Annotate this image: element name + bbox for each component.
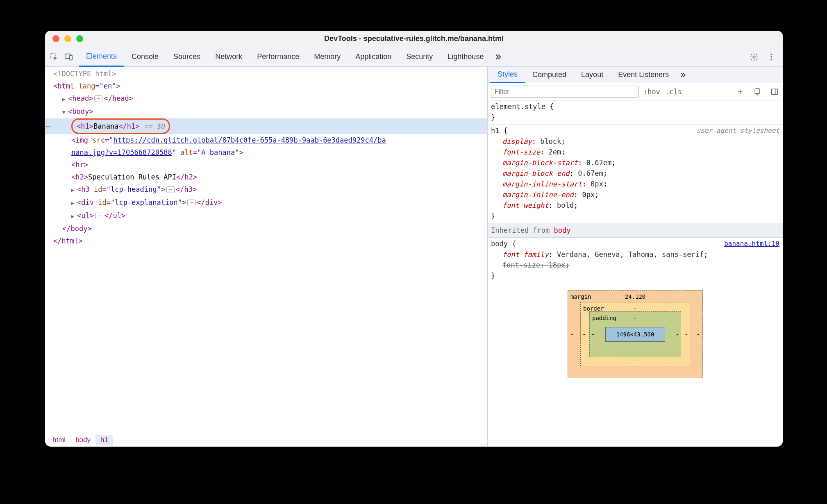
tabs-overflow-icon[interactable] [491, 47, 505, 67]
tab-performance[interactable]: Performance [250, 47, 307, 67]
dom-ul[interactable]: ▶<ul>⋯</ul> [45, 209, 487, 222]
dom-img[interactable]: <img src="https://cdn.glitch.global/87b4… [45, 134, 487, 146]
breadcrumb-html[interactable]: html [48, 435, 70, 445]
dom-html-open[interactable]: <html lang="en"> [53, 82, 120, 90]
styles-tabs: Styles Computed Layout Event Listeners [488, 67, 783, 83]
inspect-element-icon[interactable] [49, 52, 59, 62]
elements-panel: <!DOCTYPE html> <html lang="en"> ▶<head>… [45, 67, 488, 447]
dom-img-line2[interactable]: nana.jpg?v=1705668720588" alt="A banana"… [45, 146, 487, 159]
tab-security[interactable]: Security [399, 47, 440, 67]
svg-point-6 [770, 59, 772, 60]
collapsed-ellipsis-icon[interactable]: ⋯ [95, 213, 103, 219]
rule-source-ua: user agent stylesheet [697, 125, 779, 136]
dom-h2[interactable]: <h2>Speculation Rules API</h2> [45, 171, 487, 183]
traffic-lights [45, 35, 83, 42]
settings-icon[interactable] [749, 52, 759, 62]
styles-tab-styles[interactable]: Styles [490, 67, 525, 83]
styles-tab-layout[interactable]: Layout [574, 67, 611, 83]
style-rules[interactable]: element.style { } user agent stylesheet … [488, 100, 783, 447]
styles-panel: Styles Computed Layout Event Listeners :… [488, 67, 783, 447]
rule-body[interactable]: banana.html:10 body { font-family: Verda… [488, 238, 783, 283]
tab-lighthouse[interactable]: Lighthouse [440, 47, 491, 67]
splitview: <!DOCTYPE html> <html lang="en"> ▶<head>… [45, 67, 783, 447]
tab-memory[interactable]: Memory [307, 47, 348, 67]
styles-filter-row: :hov .cls [488, 83, 783, 100]
close-window-button[interactable] [52, 35, 59, 42]
box-model-border[interactable]: border - - - - padding - - - - [580, 302, 690, 366]
rendering-emulations-icon[interactable] [752, 87, 762, 97]
dom-doctype[interactable]: <!DOCTYPE html> [53, 70, 116, 78]
dom-tree[interactable]: <!DOCTYPE html> <html lang="en"> ▶<head>… [45, 67, 487, 433]
styles-tab-computed[interactable]: Computed [525, 67, 574, 83]
kebab-menu-icon[interactable] [766, 52, 776, 62]
collapsed-ellipsis-icon[interactable]: ⋯ [187, 200, 195, 206]
devtools-window: DevTools - speculative-rules.glitch.me/b… [45, 31, 783, 447]
dom-body-open[interactable]: <body> [68, 107, 93, 116]
svg-rect-7 [755, 89, 760, 93]
dom-body-close[interactable]: </body> [45, 222, 487, 235]
svg-point-4 [770, 53, 772, 55]
zoom-window-button[interactable] [76, 35, 83, 42]
svg-rect-2 [70, 55, 72, 60]
tab-console[interactable]: Console [124, 47, 166, 67]
box-model-margin[interactable]: margin 24.120 - - border - - - - padding [568, 290, 703, 378]
breadcrumb-body[interactable]: body [70, 435, 95, 445]
inherited-from-bar: Inherited from body [488, 223, 783, 238]
selection-highlight: <h1>Banana</h1> == $0 [71, 118, 170, 134]
hov-toggle[interactable]: :hov [643, 88, 660, 96]
main-toolbar: Elements Console Sources Network Perform… [45, 47, 783, 67]
tab-network[interactable]: Network [208, 47, 250, 67]
device-toolbar-icon[interactable] [64, 52, 74, 62]
dom-div[interactable]: ▶<div id="lcp-explanation">⋯</div> [45, 196, 487, 209]
styles-tabs-overflow-icon[interactable] [676, 67, 689, 83]
tab-sources[interactable]: Sources [166, 47, 208, 67]
breadcrumb-h1[interactable]: h1 [95, 435, 113, 445]
box-model-content[interactable]: 1496×43.500 [605, 327, 665, 342]
box-model-padding[interactable]: padding - - - - 1496×43.500 [589, 311, 681, 357]
minimize-window-button[interactable] [64, 35, 71, 42]
box-model[interactable]: margin 24.120 - - border - - - - padding [488, 283, 783, 378]
dom-h1-selected[interactable]: <h1>Banana</h1> == $0 [45, 118, 487, 134]
svg-point-3 [753, 56, 755, 58]
disclosure-icon[interactable]: ▶ [71, 197, 77, 209]
collapsed-ellipsis-icon[interactable]: ⋯ [94, 95, 102, 102]
dom-html-close[interactable]: </html> [45, 235, 487, 247]
svg-point-5 [770, 56, 772, 58]
computed-sidebar-icon[interactable] [770, 87, 779, 97]
styles-filter-input[interactable] [491, 86, 638, 98]
disclosure-icon[interactable]: ▶ [71, 210, 77, 222]
rule-element-style[interactable]: element.style { } [488, 100, 783, 125]
disclosure-icon[interactable]: ▼ [62, 106, 68, 118]
cls-toggle[interactable]: .cls [665, 88, 682, 96]
disclosure-icon[interactable]: ▶ [62, 93, 68, 105]
new-style-rule-icon[interactable] [735, 87, 745, 97]
tab-elements[interactable]: Elements [79, 47, 124, 67]
rule-h1[interactable]: user agent stylesheet h1 { display: bloc… [488, 125, 783, 223]
disclosure-icon[interactable]: ▶ [71, 184, 77, 196]
svg-rect-8 [772, 89, 778, 94]
titlebar: DevTools - speculative-rules.glitch.me/b… [45, 31, 783, 47]
dom-head[interactable]: <head> [68, 94, 93, 102]
collapsed-ellipsis-icon[interactable]: ⋯ [166, 186, 175, 193]
rule-source-link[interactable]: banana.html:10 [724, 240, 779, 247]
main-tabs: Elements Console Sources Network Perform… [79, 47, 505, 67]
styles-tab-event-listeners[interactable]: Event Listeners [611, 67, 676, 83]
dom-hr[interactable]: <hr> [45, 159, 487, 171]
dom-h3[interactable]: ▶<h3 id="lcp-heading">⋯</h3> [45, 183, 487, 196]
window-title: DevTools - speculative-rules.glitch.me/b… [45, 34, 783, 43]
tab-application[interactable]: Application [348, 47, 399, 67]
breadcrumb: html body h1 [45, 433, 487, 447]
